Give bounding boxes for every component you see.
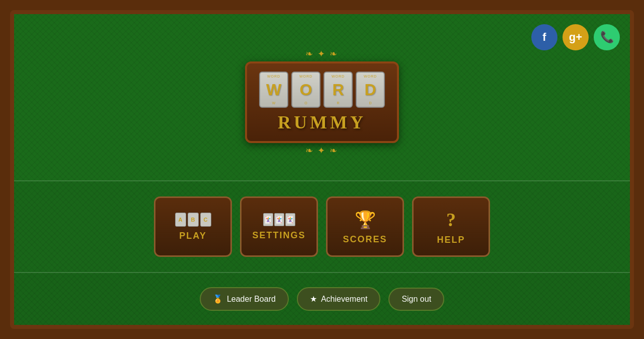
logo-card-w: WORD W W bbox=[259, 72, 288, 108]
play-icon: A B C bbox=[175, 213, 211, 227]
play-button[interactable]: A B C PLAY bbox=[154, 196, 232, 257]
play-label: PLAY bbox=[179, 231, 206, 241]
logo-container: ❧ ✦ ❧ WORD W W WORD O O WORD R bbox=[245, 48, 399, 156]
google-button[interactable]: g+ bbox=[562, 24, 589, 50]
whatsapp-icon: 📞 bbox=[600, 31, 614, 44]
logo-card-o: WORD O O bbox=[291, 72, 320, 108]
help-button[interactable]: ? HELP bbox=[412, 196, 490, 257]
scores-label: SCORES bbox=[343, 234, 387, 245]
main-menu: A B C PLAY 🃏 🃏 🃏 SETTINGS 🏆 SCORES bbox=[14, 181, 630, 273]
signout-button[interactable]: Sign out bbox=[388, 288, 444, 311]
ornament-top: ❧ ✦ ❧ bbox=[305, 48, 338, 59]
social-icons-group: f g+ 📞 bbox=[531, 24, 620, 50]
settings-icon: 🃏 🃏 🃏 bbox=[263, 213, 295, 226]
leaderboard-icon: 🏅 bbox=[213, 294, 223, 304]
logo-board: WORD W W WORD O O WORD R R bbox=[245, 61, 399, 143]
scores-button[interactable]: 🏆 SCORES bbox=[326, 196, 404, 257]
signout-label: Sign out bbox=[401, 295, 431, 304]
leaderboard-button[interactable]: 🏅 Leader Board bbox=[200, 287, 289, 311]
leaderboard-label: Leader Board bbox=[227, 295, 276, 304]
logo-cards: WORD W W WORD O O WORD R R bbox=[259, 72, 385, 108]
scores-icon: 🏆 bbox=[355, 209, 376, 230]
achievement-label: Achievement bbox=[321, 295, 368, 304]
top-section: f g+ 📞 ❧ ✦ ❧ WORD W W WORD bbox=[14, 14, 630, 181]
help-icon: ? bbox=[446, 209, 456, 231]
logo-card-r: WORD R R bbox=[324, 72, 353, 108]
google-icon: g+ bbox=[569, 31, 582, 44]
bottom-section: 🏅 Leader Board ★ Achievement Sign out bbox=[14, 273, 630, 325]
facebook-icon: f bbox=[542, 31, 546, 44]
settings-button[interactable]: 🃏 🃏 🃏 SETTINGS bbox=[240, 196, 318, 257]
ornament-bottom: ❧ ✦ ❧ bbox=[305, 145, 338, 156]
achievement-icon: ★ bbox=[310, 294, 317, 304]
logo-rummy-text: RUMMY bbox=[278, 112, 366, 133]
logo-card-d: WORD D D bbox=[356, 72, 385, 108]
facebook-button[interactable]: f bbox=[531, 24, 557, 50]
help-label: HELP bbox=[437, 235, 465, 245]
game-frame: f g+ 📞 ❧ ✦ ❧ WORD W W WORD bbox=[10, 10, 634, 329]
achievement-button[interactable]: ★ Achievement bbox=[297, 287, 381, 311]
whatsapp-button[interactable]: 📞 bbox=[594, 24, 620, 50]
settings-label: SETTINGS bbox=[252, 230, 305, 241]
